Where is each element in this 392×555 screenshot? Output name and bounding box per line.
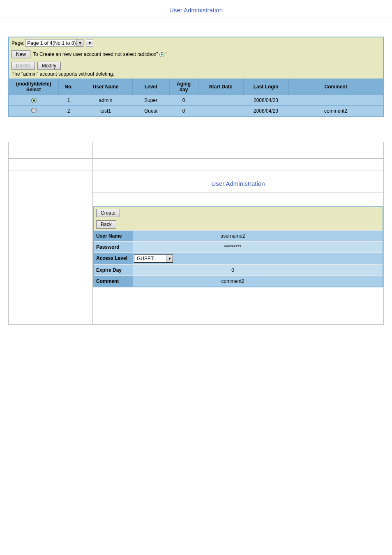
page-select-value: Page 1 of 4(No.1 to 8) bbox=[27, 40, 76, 46]
create-button[interactable]: Create bbox=[96, 209, 120, 217]
row-radio[interactable] bbox=[31, 108, 37, 113]
page-label: Page: bbox=[12, 40, 24, 46]
outer-grid: User Administration Create Back User Nam… bbox=[8, 142, 384, 325]
page-select[interactable]: Page 1 of 4(No.1 to 8) ▼ bbox=[25, 39, 83, 47]
access-level-select[interactable]: GUSET ▼ bbox=[134, 254, 173, 263]
table-row: 2 test1 Guest 0 2008/04/23 comment2 bbox=[9, 106, 383, 117]
form-title: User Administration bbox=[93, 171, 383, 192]
modify-button[interactable]: Modify bbox=[37, 62, 61, 70]
delete-modify-row: Delete Modify bbox=[9, 60, 383, 70]
new-button[interactable]: New bbox=[12, 50, 30, 58]
table-row: 1 admin Super 0 2008/04/23 bbox=[9, 95, 383, 106]
row-radio[interactable] bbox=[31, 98, 37, 103]
username-input[interactable] bbox=[136, 233, 329, 239]
page-row: Page: Page 1 of 4(No.1 to 8) ▼ ▼ bbox=[9, 37, 383, 49]
th-startdate: Start Date bbox=[198, 79, 243, 95]
comment-input[interactable] bbox=[136, 278, 329, 284]
admin-note: The "admin" account supports without del… bbox=[9, 70, 383, 79]
chevron-down-icon: ▼ bbox=[166, 255, 173, 262]
access-level-label: Access Level bbox=[94, 253, 133, 264]
th-username: User Name bbox=[79, 79, 132, 95]
th-comment: Comment bbox=[288, 79, 383, 95]
back-button[interactable]: Back bbox=[96, 220, 116, 229]
th-no: No. bbox=[58, 79, 79, 95]
th-select-l2: Select bbox=[11, 87, 57, 92]
new-row: New To Create an new user account need n… bbox=[9, 49, 383, 60]
new-note: To Create an new user account need not s… bbox=[33, 51, 167, 57]
user-admin-panel: Page: Page 1 of 4(No.1 to 8) ▼ ▼ New To … bbox=[8, 37, 384, 117]
expire-day-input[interactable] bbox=[136, 267, 329, 273]
back-row: Back bbox=[94, 219, 383, 230]
chevron-down-icon: ▼ bbox=[76, 39, 83, 46]
username-label: User Name bbox=[94, 231, 133, 241]
user-form-panel: Create Back User Name Password Access Le… bbox=[93, 206, 383, 287]
th-aging-l1: Aging bbox=[171, 81, 196, 87]
th-select-l1: (modify/delete) bbox=[11, 81, 57, 87]
expire-day-label: Expire Day bbox=[94, 265, 133, 275]
comment-label: Comment bbox=[94, 276, 133, 287]
th-lastlogin: Last Login bbox=[243, 79, 288, 95]
page-title: User Administration bbox=[0, 0, 392, 18]
radio-icon bbox=[159, 52, 164, 57]
th-aging-l2: day bbox=[171, 87, 196, 92]
delete-button[interactable]: Delete bbox=[12, 62, 35, 70]
th-level: Level bbox=[132, 79, 169, 95]
page-select-extra[interactable]: ▼ bbox=[86, 39, 93, 47]
chevron-down-icon: ▼ bbox=[86, 41, 93, 45]
password-input[interactable] bbox=[136, 244, 329, 250]
create-row: Create bbox=[94, 207, 383, 219]
password-label: Password bbox=[94, 242, 133, 252]
users-table: (modify/delete) Select No. User Name Lev… bbox=[9, 79, 383, 116]
